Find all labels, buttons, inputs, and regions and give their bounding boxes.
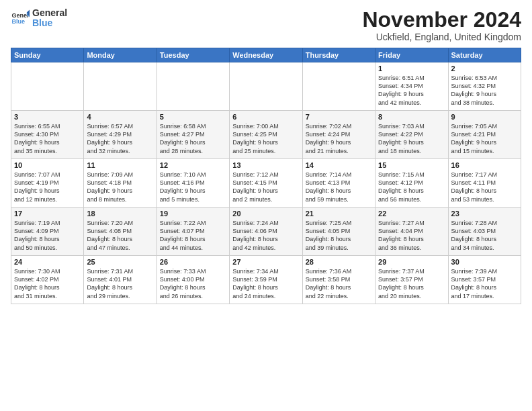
day-cell: 20Sunrise: 7:24 AM Sunset: 4:06 PM Dayli… — [230, 208, 302, 256]
week-row-3: 10Sunrise: 7:07 AM Sunset: 4:19 PM Dayli… — [11, 159, 521, 208]
day-number: 1 — [378, 64, 445, 73]
day-cell: 1Sunrise: 6:51 AM Sunset: 4:34 PM Daylig… — [375, 62, 448, 111]
day-cell: 9Sunrise: 7:05 AM Sunset: 4:21 PM Daylig… — [448, 111, 521, 159]
day-number: 17 — [14, 210, 81, 218]
main-title: November 2024 — [362, 8, 521, 32]
day-cell: 8Sunrise: 7:03 AM Sunset: 4:22 PM Daylig… — [375, 111, 448, 159]
header: General Blue General Blue November 2024 … — [11, 8, 521, 42]
day-info: Sunrise: 7:39 AM Sunset: 3:57 PM Dayligh… — [451, 267, 518, 300]
day-cell: 3Sunrise: 6:55 AM Sunset: 4:30 PM Daylig… — [11, 111, 84, 159]
day-number: 19 — [160, 210, 226, 218]
week-row-2: 3Sunrise: 6:55 AM Sunset: 4:30 PM Daylig… — [11, 111, 521, 159]
day-number: 16 — [451, 161, 518, 169]
svg-text:Blue: Blue — [11, 19, 25, 26]
col-wednesday: Wednesday — [230, 48, 302, 62]
day-number: 21 — [306, 210, 372, 218]
day-info: Sunrise: 7:24 AM Sunset: 4:06 PM Dayligh… — [232, 219, 299, 252]
day-info: Sunrise: 7:10 AM Sunset: 4:16 PM Dayligh… — [160, 171, 226, 203]
day-number: 9 — [451, 113, 518, 121]
day-number: 20 — [232, 210, 299, 218]
day-cell: 6Sunrise: 7:00 AM Sunset: 4:25 PM Daylig… — [230, 111, 302, 159]
day-cell: 2Sunrise: 6:53 AM Sunset: 4:32 PM Daylig… — [448, 62, 521, 111]
day-info: Sunrise: 7:12 AM Sunset: 4:15 PM Dayligh… — [232, 171, 299, 203]
day-cell — [230, 62, 302, 111]
day-number: 18 — [87, 210, 153, 218]
day-info: Sunrise: 7:28 AM Sunset: 4:03 PM Dayligh… — [451, 219, 518, 252]
col-tuesday: Tuesday — [157, 48, 229, 62]
day-number: 10 — [14, 161, 81, 169]
day-cell: 21Sunrise: 7:25 AM Sunset: 4:05 PM Dayli… — [302, 208, 375, 256]
day-cell: 22Sunrise: 7:27 AM Sunset: 4:04 PM Dayli… — [375, 208, 448, 256]
day-number: 12 — [160, 161, 226, 169]
day-info: Sunrise: 7:02 AM Sunset: 4:24 PM Dayligh… — [306, 122, 372, 155]
day-info: Sunrise: 7:17 AM Sunset: 4:11 PM Dayligh… — [451, 171, 518, 203]
week-row-1: 1Sunrise: 6:51 AM Sunset: 4:34 PM Daylig… — [11, 62, 521, 111]
day-cell: 18Sunrise: 7:20 AM Sunset: 4:08 PM Dayli… — [84, 208, 157, 256]
day-cell: 7Sunrise: 7:02 AM Sunset: 4:24 PM Daylig… — [302, 111, 375, 159]
day-number: 14 — [306, 161, 372, 169]
logo: General Blue General Blue — [11, 8, 67, 29]
day-cell: 24Sunrise: 7:30 AM Sunset: 4:02 PM Dayli… — [11, 256, 84, 304]
logo-icon: General Blue — [11, 9, 30, 28]
day-info: Sunrise: 6:58 AM Sunset: 4:27 PM Dayligh… — [160, 122, 226, 155]
day-number: 11 — [87, 161, 153, 169]
day-info: Sunrise: 7:00 AM Sunset: 4:25 PM Dayligh… — [232, 122, 299, 155]
day-number: 26 — [160, 258, 226, 266]
day-info: Sunrise: 7:05 AM Sunset: 4:21 PM Dayligh… — [451, 122, 518, 155]
day-info: Sunrise: 7:22 AM Sunset: 4:07 PM Dayligh… — [160, 219, 226, 252]
day-info: Sunrise: 7:30 AM Sunset: 4:02 PM Dayligh… — [14, 267, 81, 300]
day-cell — [302, 62, 375, 111]
day-cell: 14Sunrise: 7:14 AM Sunset: 4:13 PM Dayli… — [302, 159, 375, 208]
day-info: Sunrise: 7:19 AM Sunset: 4:09 PM Dayligh… — [14, 219, 81, 252]
week-row-5: 24Sunrise: 7:30 AM Sunset: 4:02 PM Dayli… — [11, 256, 521, 304]
day-cell: 28Sunrise: 7:36 AM Sunset: 3:58 PM Dayli… — [302, 256, 375, 304]
day-number: 2 — [451, 64, 518, 73]
day-info: Sunrise: 6:53 AM Sunset: 4:32 PM Dayligh… — [451, 74, 518, 107]
logo-general: General — [32, 8, 67, 18]
day-info: Sunrise: 7:34 AM Sunset: 3:59 PM Dayligh… — [232, 267, 299, 300]
day-number: 23 — [451, 210, 518, 218]
day-cell: 19Sunrise: 7:22 AM Sunset: 4:07 PM Dayli… — [157, 208, 229, 256]
day-info: Sunrise: 7:37 AM Sunset: 3:57 PM Dayligh… — [378, 267, 445, 300]
day-cell: 4Sunrise: 6:57 AM Sunset: 4:29 PM Daylig… — [84, 111, 157, 159]
day-info: Sunrise: 7:33 AM Sunset: 4:00 PM Dayligh… — [160, 267, 226, 300]
day-number: 13 — [232, 161, 299, 169]
day-cell — [84, 62, 157, 111]
day-info: Sunrise: 7:03 AM Sunset: 4:22 PM Dayligh… — [378, 122, 445, 155]
subtitle: Uckfield, England, United Kingdom — [362, 32, 521, 42]
day-number: 5 — [160, 113, 226, 121]
day-number: 28 — [306, 258, 372, 266]
logo-blue: Blue — [32, 18, 67, 28]
day-cell: 12Sunrise: 7:10 AM Sunset: 4:16 PM Dayli… — [157, 159, 229, 208]
title-block: November 2024 Uckfield, England, United … — [362, 8, 521, 42]
day-number: 22 — [378, 210, 445, 218]
day-number: 29 — [378, 258, 445, 266]
day-number: 8 — [378, 113, 445, 121]
day-cell: 29Sunrise: 7:37 AM Sunset: 3:57 PM Dayli… — [375, 256, 448, 304]
day-number: 27 — [232, 258, 299, 266]
day-cell — [11, 62, 84, 111]
col-thursday: Thursday — [302, 48, 375, 62]
calendar-table: Sunday Monday Tuesday Wednesday Thursday… — [11, 48, 521, 304]
day-number: 30 — [451, 258, 518, 266]
day-number: 15 — [378, 161, 445, 169]
day-cell: 15Sunrise: 7:15 AM Sunset: 4:12 PM Dayli… — [375, 159, 448, 208]
day-info: Sunrise: 7:36 AM Sunset: 3:58 PM Dayligh… — [306, 267, 372, 300]
header-row: Sunday Monday Tuesday Wednesday Thursday… — [11, 48, 521, 62]
day-cell: 11Sunrise: 7:09 AM Sunset: 4:18 PM Dayli… — [84, 159, 157, 208]
day-cell: 30Sunrise: 7:39 AM Sunset: 3:57 PM Dayli… — [448, 256, 521, 304]
week-row-4: 17Sunrise: 7:19 AM Sunset: 4:09 PM Dayli… — [11, 208, 521, 256]
day-info: Sunrise: 7:09 AM Sunset: 4:18 PM Dayligh… — [87, 171, 153, 203]
day-number: 6 — [232, 113, 299, 121]
day-cell: 5Sunrise: 6:58 AM Sunset: 4:27 PM Daylig… — [157, 111, 229, 159]
day-info: Sunrise: 7:14 AM Sunset: 4:13 PM Dayligh… — [306, 171, 372, 203]
day-info: Sunrise: 7:31 AM Sunset: 4:01 PM Dayligh… — [87, 267, 153, 300]
day-cell: 17Sunrise: 7:19 AM Sunset: 4:09 PM Dayli… — [11, 208, 84, 256]
day-cell: 26Sunrise: 7:33 AM Sunset: 4:00 PM Dayli… — [157, 256, 229, 304]
day-number: 7 — [306, 113, 372, 121]
day-info: Sunrise: 6:55 AM Sunset: 4:30 PM Dayligh… — [14, 122, 81, 155]
day-cell: 27Sunrise: 7:34 AM Sunset: 3:59 PM Dayli… — [230, 256, 302, 304]
day-info: Sunrise: 7:15 AM Sunset: 4:12 PM Dayligh… — [378, 171, 445, 203]
day-cell: 10Sunrise: 7:07 AM Sunset: 4:19 PM Dayli… — [11, 159, 84, 208]
day-number: 25 — [87, 258, 153, 266]
